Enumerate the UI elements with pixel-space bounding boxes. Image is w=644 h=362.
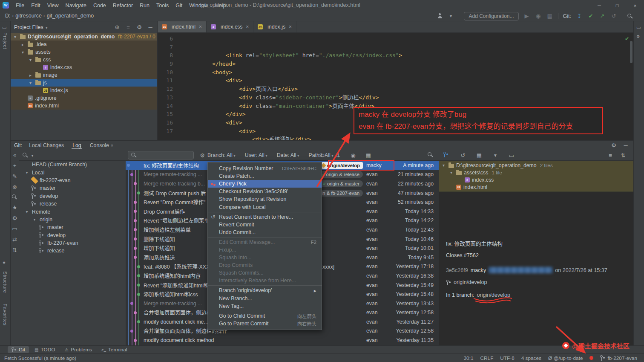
branch-row[interactable]: Remote: [19, 208, 126, 215]
status-widget[interactable]: CRLF: [480, 355, 494, 361]
breadcrumb-item[interactable]: D:: [4, 13, 14, 19]
status-widget[interactable]: 30:1: [464, 355, 474, 361]
maximize-button[interactable]: [608, 0, 626, 11]
changed-file-row[interactable]: index.css: [439, 176, 633, 183]
close-tab-icon[interactable]: [111, 143, 113, 148]
log-settings-icon[interactable]: [199, 152, 206, 159]
project-view-title[interactable]: Project Files: [14, 24, 43, 30]
find-icon[interactable]: [12, 194, 18, 200]
view-options-icon[interactable]: [476, 152, 483, 159]
close-button[interactable]: [626, 0, 644, 11]
tree-row[interactable]: js: [11, 79, 157, 87]
git-update-icon[interactable]: [576, 13, 583, 20]
options-icon[interactable]: [125, 24, 132, 31]
minimize-button[interactable]: [590, 0, 608, 11]
bookmark-icon[interactable]: [2, 260, 6, 265]
profiler-icon[interactable]: [546, 13, 553, 20]
locate-icon[interactable]: [114, 24, 121, 31]
branch-row[interactable]: Local: [19, 168, 126, 176]
refresh-icon[interactable]: [319, 152, 326, 159]
delete-icon[interactable]: [12, 183, 18, 190]
user-icon[interactable]: [437, 13, 443, 19]
add-configuration-button[interactable]: Add Configuration...: [464, 12, 518, 20]
preview-icon[interactable]: [508, 152, 515, 159]
branch-row[interactable]: HEAD (Current Branch): [19, 161, 126, 168]
commit-hash[interactable]: 3e5c26f9: [446, 267, 468, 273]
menu-item[interactable]: Branch 'origin/develop': [208, 287, 322, 294]
menu-item[interactable]: Edit: [28, 1, 44, 10]
menu-item[interactable]: Copy Revision Number Ctrl+Alt+Shift+C: [208, 165, 322, 172]
branch-row[interactable]: master: [19, 223, 126, 231]
checkout-icon[interactable]: [443, 152, 450, 157]
breadcrumb-item[interactable]: git_operation_demo: [46, 13, 95, 19]
ref-label[interactable]: origin/develop: [454, 279, 487, 285]
tree-chevron-icon[interactable]: [29, 81, 35, 85]
tool-window-button[interactable]: Terminal: [98, 346, 131, 353]
branches-value[interactable]: origin/develop: [477, 292, 510, 298]
menu-item[interactable]: Tools: [153, 1, 172, 10]
star-icon[interactable]: [12, 204, 18, 211]
menu-item[interactable]: Undo Commit...: [208, 229, 322, 236]
close-tab-icon[interactable]: [246, 24, 249, 30]
undo-icon[interactable]: [460, 152, 466, 159]
tool-window-button[interactable]: TODO: [31, 346, 59, 353]
sidebar-item-project[interactable]: Project: [3, 32, 8, 49]
tree-row[interactable]: D:\gitresource\git_operation_demo fb-220…: [11, 33, 157, 41]
editor-tab[interactable]: index.html: [158, 21, 207, 32]
commit-row[interactable]: modify document click method evan Yester…: [126, 336, 439, 345]
status-widget[interactable]: Ø @/up-to-date: [548, 355, 583, 361]
changed-file-row[interactable]: index.html: [439, 183, 633, 191]
menu-item[interactable]: View: [44, 1, 62, 10]
branch-row[interactable]: fb-2207-evan: [19, 177, 126, 184]
chevron-down-icon[interactable]: [447, 13, 454, 20]
compare-icon[interactable]: [334, 152, 341, 159]
menu-item[interactable]: Navigate: [62, 1, 90, 10]
add-icon[interactable]: [12, 162, 18, 169]
chevron-down-icon[interactable]: [43, 24, 48, 30]
git-push-icon[interactable]: [599, 13, 606, 20]
tree-row[interactable]: .gitignore: [11, 94, 157, 102]
regex-icon[interactable]: [365, 152, 372, 159]
preview-icon[interactable]: [12, 225, 18, 232]
menu-item[interactable]: Checkout Revision '3e5c26f9': [208, 188, 322, 195]
tool-window-button[interactable]: Problems: [60, 346, 96, 353]
sort-icon[interactable]: [12, 246, 18, 253]
close-tab-icon[interactable]: [289, 24, 292, 30]
git-commit-icon[interactable]: [587, 13, 594, 20]
menu-item[interactable]: Revert Commit: [208, 221, 322, 229]
tree-chevron-icon[interactable]: [22, 42, 28, 47]
menu-item[interactable]: Squash Into...: [208, 254, 322, 261]
swap-icon[interactable]: [12, 236, 18, 243]
status-widget[interactable]: UTF-8: [500, 355, 514, 361]
branch-filter-search[interactable]: [22, 152, 36, 159]
sort-icon[interactable]: [620, 152, 627, 159]
project-tool-icon[interactable]: [2, 25, 6, 30]
breadcrumb-item[interactable]: gitresource: [14, 13, 46, 19]
tool-window-button[interactable]: Git: [8, 346, 29, 353]
menu-item[interactable]: Reset Current Branch to Here...: [208, 213, 322, 221]
hide-icon[interactable]: [622, 142, 629, 149]
tree-chevron-icon[interactable]: [450, 170, 456, 175]
changed-file-row[interactable]: D:\gitresource\git_operation_demo 2 file…: [439, 162, 633, 169]
collapse-icon[interactable]: [12, 151, 18, 158]
tree-row[interactable]: image: [11, 71, 157, 79]
branch-row[interactable]: develop: [19, 232, 126, 239]
git-panel-tab[interactable]: Local Changes: [28, 142, 65, 149]
branch-row[interactable]: fb-2207-evan: [19, 239, 126, 247]
sidebar-item-favorites[interactable]: Favorites: [3, 304, 8, 326]
menu-item[interactable]: Refactor: [109, 1, 136, 10]
tree-chevron-icon[interactable]: [22, 50, 28, 55]
editor-tab[interactable]: index.css: [207, 21, 253, 32]
menu-item[interactable]: File: [12, 1, 28, 10]
log-filter[interactable]: Date: All: [277, 152, 299, 158]
menu-item[interactable]: Drop Commits: [208, 261, 322, 269]
menu-item[interactable]: Squash Commits...: [208, 269, 322, 277]
filter-icon[interactable]: [492, 152, 499, 159]
settings-icon[interactable]: [610, 142, 617, 149]
tree-chevron-icon[interactable]: [29, 58, 35, 62]
align-icon[interactable]: [607, 152, 614, 159]
menu-item[interactable]: Compare with Local: [208, 203, 322, 211]
close-tab-icon[interactable]: [199, 24, 202, 30]
settings-icon[interactable]: [136, 24, 143, 31]
tree-chevron-icon[interactable]: [14, 35, 20, 39]
